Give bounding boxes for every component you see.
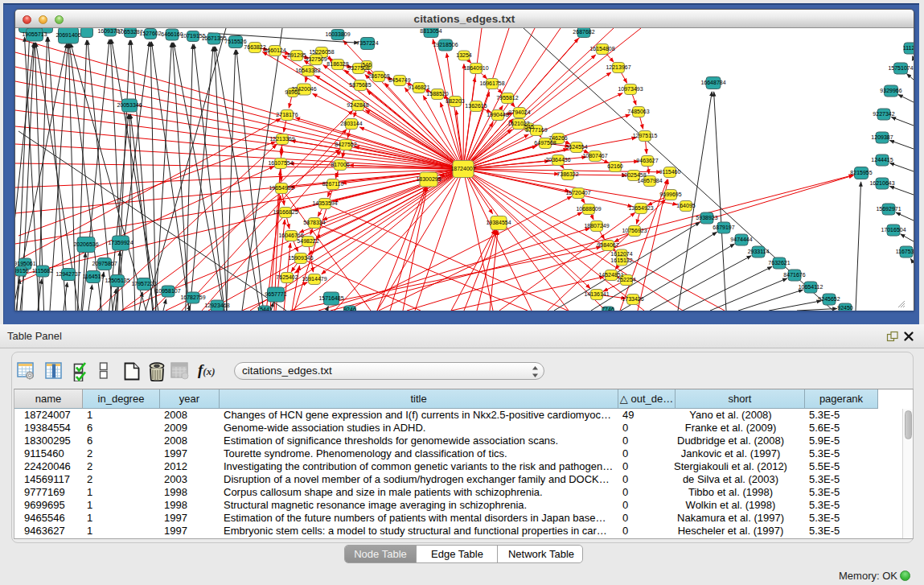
svg-text:11123: 11123 bbox=[903, 45, 914, 51]
svg-text:18724007: 18724007 bbox=[450, 166, 475, 171]
svg-text:20364436: 20364436 bbox=[545, 157, 570, 163]
svg-text:16782759: 16782759 bbox=[180, 295, 205, 300]
svg-text:62160: 62160 bbox=[607, 163, 623, 169]
svg-text:5938923: 5938923 bbox=[696, 215, 717, 220]
svg-text:19654985: 19654985 bbox=[269, 185, 294, 191]
svg-text:8454749: 8454749 bbox=[388, 77, 410, 83]
svg-text:15909346: 15909346 bbox=[288, 255, 313, 261]
svg-text:8427552: 8427552 bbox=[335, 142, 356, 147]
svg-text:19166825: 19166825 bbox=[273, 209, 298, 215]
svg-text:12975115: 12975115 bbox=[633, 133, 658, 138]
svg-text:7357224: 7357224 bbox=[356, 40, 378, 46]
svg-text:20053346: 20053346 bbox=[117, 102, 142, 108]
svg-text:891295: 891295 bbox=[287, 52, 306, 58]
svg-text:9242848: 9242848 bbox=[347, 102, 368, 108]
svg-text:2718176: 2718176 bbox=[276, 112, 298, 117]
svg-text:746266: 746266 bbox=[548, 135, 567, 141]
svg-text:1990448: 1990448 bbox=[487, 112, 508, 117]
svg-text:5498222: 5498222 bbox=[297, 238, 318, 244]
svg-text:15751074: 15751074 bbox=[888, 65, 913, 71]
svg-text:18640910: 18640910 bbox=[463, 65, 488, 71]
svg-text:9657771: 9657771 bbox=[265, 291, 286, 297]
svg-text:817006: 817006 bbox=[331, 162, 349, 167]
svg-text:1167531: 1167531 bbox=[896, 249, 914, 254]
svg-text:9777169: 9777169 bbox=[525, 127, 547, 133]
svg-text:19218506: 19218506 bbox=[433, 42, 458, 47]
svg-text:15692971: 15692971 bbox=[876, 206, 901, 212]
svg-text:16648784: 16648784 bbox=[700, 80, 725, 85]
svg-text:9327509: 9327509 bbox=[305, 56, 326, 62]
svg-text:12505135: 12505135 bbox=[105, 278, 129, 283]
svg-text:9146821: 9146821 bbox=[408, 84, 429, 90]
svg-text:10958107: 10958107 bbox=[155, 288, 180, 294]
svg-text:12923468: 12923468 bbox=[204, 303, 229, 308]
svg-text:10688609: 10688609 bbox=[576, 206, 601, 212]
svg-text:16961758: 16961758 bbox=[479, 80, 504, 86]
svg-text:15720407: 15720407 bbox=[565, 190, 590, 196]
svg-text:5875685: 5875685 bbox=[349, 82, 371, 88]
svg-text:3624554: 3624554 bbox=[565, 144, 587, 150]
svg-text:2867608: 2867608 bbox=[368, 73, 389, 79]
svg-text:7663822: 7663822 bbox=[244, 44, 265, 50]
svg-text:16543382: 16543382 bbox=[295, 68, 320, 73]
svg-text:1362615: 1362615 bbox=[465, 103, 487, 109]
svg-text:7485063: 7485063 bbox=[627, 109, 649, 114]
svg-text:15226058: 15226058 bbox=[309, 49, 334, 55]
svg-text:1209387: 1209387 bbox=[871, 134, 893, 140]
svg-text:16671355: 16671355 bbox=[201, 35, 226, 41]
svg-text:1588520: 1588520 bbox=[426, 91, 448, 97]
svg-text:13254: 13254 bbox=[456, 52, 472, 58]
svg-text:15716485: 15716485 bbox=[318, 295, 343, 301]
svg-text:1527602: 1527602 bbox=[139, 31, 161, 36]
svg-text:7632621: 7632621 bbox=[768, 260, 790, 266]
svg-text:252254: 252254 bbox=[617, 277, 635, 282]
svg-text:10756923: 10756923 bbox=[622, 228, 647, 233]
svg-text:10807467: 10807467 bbox=[582, 153, 607, 159]
svg-text:98961: 98961 bbox=[285, 89, 301, 95]
svg-text:8267110: 8267110 bbox=[322, 181, 344, 187]
svg-text:8186328: 8186328 bbox=[326, 61, 348, 67]
svg-text:1164519: 1164519 bbox=[83, 274, 105, 279]
svg-text:6497568: 6497568 bbox=[534, 140, 556, 146]
svg-text:8660124: 8660124 bbox=[264, 47, 285, 53]
svg-text:19055713: 19055713 bbox=[22, 31, 47, 37]
svg-text:9084067: 9084067 bbox=[597, 242, 618, 248]
svg-text:16033809: 16033809 bbox=[325, 31, 350, 37]
svg-text:1733426: 1733426 bbox=[622, 296, 643, 302]
svg-text:16914479: 16914479 bbox=[302, 276, 326, 282]
svg-text:13654923: 13654923 bbox=[628, 205, 653, 211]
svg-text:7386322: 7386322 bbox=[556, 171, 578, 177]
svg-text:12213369: 12213369 bbox=[269, 136, 294, 142]
svg-text:7955812: 7955812 bbox=[496, 95, 518, 101]
svg-text:12213967: 12213967 bbox=[606, 64, 630, 70]
svg-text:10973493: 10973493 bbox=[618, 86, 643, 92]
svg-text:10025458: 10025458 bbox=[621, 172, 646, 178]
svg-text:6879197: 6879197 bbox=[713, 225, 734, 230]
svg-text:20206536: 20206536 bbox=[73, 241, 98, 247]
svg-text:9329966: 9329966 bbox=[880, 88, 901, 93]
svg-text:882203: 882203 bbox=[446, 98, 464, 104]
svg-text:8215955: 8215955 bbox=[850, 170, 872, 175]
svg-text:8471676: 8471676 bbox=[783, 272, 805, 278]
svg-text:9227342: 9227342 bbox=[873, 111, 894, 117]
svg-text:9463627: 9463627 bbox=[636, 158, 658, 163]
svg-text:14353594: 14353594 bbox=[312, 200, 337, 206]
svg-text:19384554: 19384554 bbox=[486, 220, 511, 225]
svg-text:17016504: 17016504 bbox=[881, 227, 906, 233]
svg-text:16154808: 16154808 bbox=[589, 46, 614, 51]
svg-text:9195061: 9195061 bbox=[15, 261, 36, 266]
svg-text:7515526: 7515526 bbox=[224, 39, 246, 44]
svg-text:18300295: 18300295 bbox=[416, 176, 441, 182]
svg-text:14957984: 14957984 bbox=[637, 178, 662, 183]
svg-text:9699695: 9699695 bbox=[659, 192, 681, 197]
svg-text:39159: 39159 bbox=[15, 268, 29, 274]
svg-text:9246: 9246 bbox=[343, 307, 356, 311]
svg-text:14136141: 14136141 bbox=[584, 291, 609, 297]
svg-text:20975867: 20975867 bbox=[92, 261, 117, 266]
svg-text:9245652: 9245652 bbox=[818, 296, 840, 302]
svg-text:7625402: 7625402 bbox=[276, 274, 298, 280]
svg-text:9115460: 9115460 bbox=[659, 169, 681, 175]
svg-text:9794024: 9794024 bbox=[508, 109, 530, 115]
svg-text:546: 546 bbox=[362, 62, 372, 68]
svg-text:8813054: 8813054 bbox=[420, 28, 441, 34]
